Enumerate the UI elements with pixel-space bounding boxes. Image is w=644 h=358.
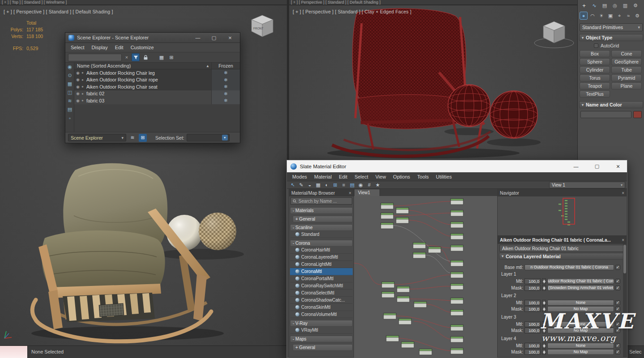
corona-layered-rollout[interactable]: ▾ Corona Layered Material: [499, 253, 625, 260]
group-scanline[interactable]: - Scanline: [290, 224, 353, 231]
material-item[interactable]: CoronaShadowCatc...: [290, 297, 353, 304]
lights-category-icon[interactable]: ☀: [597, 12, 606, 20]
amount-spinner[interactable]: [542, 278, 546, 284]
minimize-icon[interactable]: —: [191, 33, 205, 43]
pick-material-icon[interactable]: ✎: [297, 181, 305, 189]
object-color-swatch[interactable]: [633, 111, 642, 118]
motion-tab-icon[interactable]: ◎: [610, 1, 619, 10]
select-tool-icon[interactable]: ↖: [289, 181, 297, 189]
utilities-tab-icon[interactable]: ⚙: [631, 1, 640, 10]
sphere-button[interactable]: Sphere: [580, 58, 610, 65]
create-tab-icon[interactable]: +: [580, 1, 589, 10]
group-vray[interactable]: - V-Ray: [290, 320, 353, 327]
filter-materials-icon[interactable]: ▤: [65, 105, 74, 114]
parameters-header[interactable]: Aiken Outdoor Rocking Chair 01 fabric ( …: [498, 236, 627, 244]
autogrid-option[interactable]: AutoGrid: [594, 43, 619, 48]
mask-amount-value[interactable]: 100,0: [525, 328, 541, 333]
textplus-button[interactable]: TextPlus: [580, 90, 610, 98]
material-item[interactable]: CoronaSkinMtl: [290, 304, 353, 311]
viewcube[interactable]: FRONT: [247, 12, 278, 41]
check-icon[interactable]: ✓: [616, 307, 620, 311]
modify-tab-icon[interactable]: ∿: [590, 1, 599, 10]
object-row[interactable]: ◉ ● fabric 02 ❄: [74, 90, 240, 98]
torus-button[interactable]: Torus: [580, 74, 610, 81]
check-icon[interactable]: ✓: [616, 322, 620, 326]
menu-customize[interactable]: Customize: [127, 44, 158, 51]
check-icon[interactable]: ✓: [616, 300, 620, 305]
object-name[interactable]: fabric 02: [86, 91, 211, 96]
explorer-search-input[interactable]: [68, 54, 122, 61]
object-name[interactable]: fabric 03: [86, 98, 211, 103]
teapot-button[interactable]: Teapot: [580, 82, 610, 90]
viewport-label[interactable]: [ + ] [ Perspective ] [ Standard ] [ Def…: [4, 9, 113, 14]
shapes-category-icon[interactable]: ◠: [589, 12, 597, 20]
filter-geometry-icon[interactable]: ◉: [65, 63, 74, 71]
material-id-channel-icon[interactable]: ◉: [357, 181, 365, 189]
mtl-slot-button[interactable]: )utdoor Rocking Chair 01 fabric ( Coro: [547, 278, 614, 284]
menu-select[interactable]: Select: [67, 44, 88, 51]
show-map-icon[interactable]: ◐: [323, 181, 331, 189]
viewport-label[interactable]: [ + ] [ Perspective ] [ Standard ] [ Cla…: [293, 9, 411, 14]
check-icon[interactable]: ✓: [616, 265, 620, 269]
material-item-selected[interactable]: CoronaMtl: [290, 268, 353, 275]
menu-edit[interactable]: Edit: [335, 173, 351, 180]
snowflake-icon[interactable]: ❄: [224, 77, 227, 82]
put-to-library-icon[interactable]: ◒: [306, 181, 314, 189]
close-icon[interactable]: ×: [349, 191, 351, 196]
selection-set-dropdown[interactable]: ▾: [187, 134, 230, 141]
material-item[interactable]: CoronaSelectMtl: [290, 290, 353, 297]
mtl-amount-value[interactable]: 100,0: [525, 321, 541, 327]
active-view-dropdown[interactable]: View 1 ▾: [549, 182, 625, 188]
display-tab-icon[interactable]: ▥: [621, 1, 630, 10]
amount-spinner[interactable]: [542, 285, 546, 291]
object-name-input[interactable]: [580, 111, 631, 118]
geosphere-button[interactable]: GeoSphere: [611, 58, 642, 65]
display-children-icon[interactable]: ▦: [158, 53, 166, 61]
tube-button[interactable]: Tube: [611, 66, 642, 73]
amount-spinner[interactable]: [542, 300, 546, 306]
mask-amount-value[interactable]: 100,0: [525, 349, 541, 355]
box-button[interactable]: Box: [580, 50, 610, 57]
viewport-top-cut-label[interactable]: [ + ] [ Top ] [ Standard ] [ Wireframe ]: [0, 0, 287, 5]
mask-slot-button[interactable]: No Map: [547, 349, 614, 355]
grid-snap-icon[interactable]: #: [365, 181, 373, 189]
object-type-rollout[interactable]: ▾ Object Type: [579, 34, 643, 41]
material-item[interactable]: CoronaLayeredMtl: [290, 254, 353, 261]
filter-lights-icon[interactable]: ▦: [65, 80, 74, 88]
group-materials[interactable]: - Materials: [290, 207, 353, 214]
hierarchy-tab-icon[interactable]: ▤: [600, 1, 609, 10]
filter-shapes-icon[interactable]: ⊙: [65, 71, 74, 80]
amount-spinner[interactable]: [542, 328, 546, 333]
filter-icon[interactable]: [132, 53, 140, 61]
name-column-header[interactable]: Name (Sorted Ascending): [76, 63, 206, 68]
snowflake-icon[interactable]: ❄: [224, 98, 227, 103]
snowflake-icon[interactable]: ❄: [224, 84, 227, 89]
systems-category-icon[interactable]: ⚙: [633, 12, 641, 20]
assign-material-icon[interactable]: ▦: [314, 181, 322, 189]
cone-button[interactable]: Cone: [611, 50, 642, 57]
menu-view[interactable]: View: [372, 173, 390, 180]
show-end-result-icon[interactable]: ⊞: [331, 181, 339, 189]
mtl-amount-value[interactable]: 100,0: [525, 300, 541, 306]
scrollbar-thumb[interactable]: [623, 245, 626, 273]
node-graph-canvas[interactable]: [354, 196, 497, 358]
group-corona[interactable]: - Corona: [290, 240, 353, 247]
group-maps-general[interactable]: + General: [293, 344, 353, 351]
filter-helpers-icon[interactable]: ≋: [65, 97, 74, 105]
maximize-icon[interactable]: ▢: [207, 33, 221, 43]
autogrid-checkbox[interactable]: [594, 43, 598, 48]
tab-view1[interactable]: View1: [354, 189, 380, 196]
object-row[interactable]: ◉ ● Aiken Outdoor Rocking Chair seat ❄: [74, 83, 240, 90]
explorer-type-dropdown[interactable]: Scene Explorer ▾: [68, 134, 126, 141]
browser-search-input[interactable]: Search by Name ...: [290, 197, 352, 205]
close-icon[interactable]: ×: [622, 238, 624, 243]
object-name[interactable]: Aiken Outdoor Rocking Chair rope: [86, 77, 211, 82]
maximize-icon[interactable]: ▢: [588, 160, 606, 172]
slate-titlebar[interactable]: Slate Material Editor — ▢ ×: [287, 160, 627, 172]
menu-modes[interactable]: Modes: [289, 173, 311, 180]
primitive-category-dropdown[interactable]: Standard Primitives ▾: [580, 23, 643, 31]
mask-amount-value[interactable]: 100,0: [525, 285, 541, 291]
cameras-category-icon[interactable]: ▣: [606, 12, 614, 20]
group-general[interactable]: + General: [293, 216, 353, 222]
amount-spinner[interactable]: [542, 321, 546, 327]
